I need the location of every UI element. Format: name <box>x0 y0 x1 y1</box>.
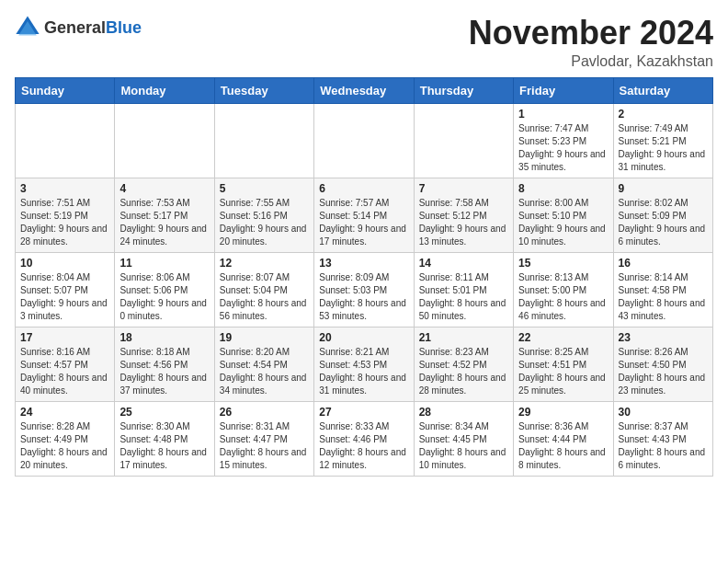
day-info-line: Sunset: 4:58 PM <box>619 284 708 297</box>
calendar-cell: 28Sunrise: 8:34 AMSunset: 4:45 PMDayligh… <box>414 401 513 476</box>
calendar-cell: 9Sunrise: 8:02 AMSunset: 5:09 PMDaylight… <box>613 178 712 252</box>
calendar-week-row: 24Sunrise: 8:28 AMSunset: 4:49 PMDayligh… <box>16 401 713 476</box>
day-number: 14 <box>419 257 508 270</box>
day-info-line: Sunrise: 8:20 AM <box>220 346 309 359</box>
day-number: 4 <box>119 182 209 195</box>
day-info-line: Daylight: 8 hours and 46 minutes. <box>518 297 608 323</box>
calendar-cell: 18Sunrise: 8:18 AMSunset: 4:56 PMDayligh… <box>115 327 214 401</box>
day-info-line: Daylight: 8 hours and 8 minutes. <box>518 446 608 472</box>
day-info-line: Sunset: 5:19 PM <box>20 210 109 223</box>
calendar-cell: 7Sunrise: 7:58 AMSunset: 5:12 PMDaylight… <box>414 178 513 252</box>
calendar-cell <box>414 103 513 178</box>
day-info-line: Sunrise: 8:36 AM <box>518 420 608 433</box>
calendar-cell: 24Sunrise: 8:28 AMSunset: 4:49 PMDayligh… <box>16 401 115 476</box>
day-info-line: Sunset: 5:10 PM <box>518 210 608 223</box>
day-info-line: Sunset: 5:06 PM <box>119 284 209 297</box>
calendar-cell: 5Sunrise: 7:55 AMSunset: 5:16 PMDaylight… <box>214 178 313 252</box>
day-info-line: Sunrise: 8:21 AM <box>319 346 408 359</box>
day-info-line: Sunset: 5:09 PM <box>619 210 708 223</box>
day-info-line: Sunrise: 8:37 AM <box>619 420 708 433</box>
day-number: 27 <box>319 406 408 419</box>
calendar-week-row: 10Sunrise: 8:04 AMSunset: 5:07 PMDayligh… <box>16 252 713 327</box>
day-number: 30 <box>619 406 708 419</box>
day-number: 10 <box>20 257 109 270</box>
day-info-line: Daylight: 9 hours and 0 minutes. <box>119 297 209 323</box>
logo-icon <box>15 15 40 40</box>
day-info-line: Sunrise: 8:13 AM <box>518 271 608 284</box>
day-info-line: Sunset: 4:49 PM <box>20 433 109 446</box>
header-friday: Friday <box>514 77 613 103</box>
logo-general: GeneralBlue <box>44 18 142 38</box>
day-info-line: Sunrise: 7:47 AM <box>518 122 608 135</box>
day-number: 20 <box>319 331 408 344</box>
day-number: 6 <box>319 182 408 195</box>
calendar-week-row: 1Sunrise: 7:47 AMSunset: 5:23 PMDaylight… <box>16 103 713 178</box>
calendar-cell: 26Sunrise: 8:31 AMSunset: 4:47 PMDayligh… <box>214 401 313 476</box>
day-info-line: Daylight: 8 hours and 40 minutes. <box>20 372 109 397</box>
day-info-line: Sunrise: 8:06 AM <box>119 271 209 284</box>
day-number: 2 <box>619 108 708 121</box>
day-number: 21 <box>419 331 508 344</box>
day-info-line: Sunset: 5:14 PM <box>319 210 408 223</box>
day-info-line: Daylight: 9 hours and 6 minutes. <box>619 223 708 248</box>
day-info-line: Sunset: 4:57 PM <box>20 359 109 372</box>
day-info-line: Daylight: 9 hours and 31 minutes. <box>619 148 708 174</box>
day-number: 9 <box>619 182 708 195</box>
day-number: 18 <box>119 331 209 344</box>
day-info-line: Sunset: 4:53 PM <box>319 359 408 372</box>
day-info-line: Daylight: 8 hours and 37 minutes. <box>119 372 209 397</box>
day-info-line: Sunset: 4:48 PM <box>119 433 209 446</box>
calendar-cell: 10Sunrise: 8:04 AMSunset: 5:07 PMDayligh… <box>16 252 115 327</box>
calendar-cell: 30Sunrise: 8:37 AMSunset: 4:43 PMDayligh… <box>613 401 712 476</box>
month-title: November 2024 <box>469 15 713 52</box>
day-info-line: Daylight: 8 hours and 10 minutes. <box>419 446 508 472</box>
day-number: 19 <box>220 331 309 344</box>
calendar-cell: 12Sunrise: 8:07 AMSunset: 5:04 PMDayligh… <box>214 252 313 327</box>
day-info-line: Sunset: 4:50 PM <box>619 359 708 372</box>
day-info-line: Sunset: 5:21 PM <box>619 135 708 148</box>
day-info-line: Sunset: 4:51 PM <box>518 359 608 372</box>
day-info-line: Daylight: 8 hours and 28 minutes. <box>419 372 508 397</box>
day-info-line: Daylight: 8 hours and 34 minutes. <box>220 372 309 397</box>
day-info-line: Sunrise: 7:55 AM <box>220 197 309 210</box>
day-info-line: Sunrise: 7:58 AM <box>419 197 508 210</box>
day-number: 13 <box>319 257 408 270</box>
day-info-line: Daylight: 9 hours and 20 minutes. <box>220 223 309 248</box>
calendar-cell: 4Sunrise: 7:53 AMSunset: 5:17 PMDaylight… <box>115 178 214 252</box>
calendar-cell: 3Sunrise: 7:51 AMSunset: 5:19 PMDaylight… <box>16 178 115 252</box>
day-info-line: Sunrise: 8:18 AM <box>119 346 209 359</box>
day-info-line: Daylight: 9 hours and 13 minutes. <box>419 223 508 248</box>
header-tuesday: Tuesday <box>214 77 313 103</box>
day-info-line: Daylight: 8 hours and 17 minutes. <box>119 446 209 472</box>
page-header: GeneralBlue November 2024 Pavlodar, Kaza… <box>15 15 713 70</box>
day-info-line: Sunrise: 7:51 AM <box>20 197 109 210</box>
day-number: 5 <box>220 182 309 195</box>
calendar-cell: 21Sunrise: 8:23 AMSunset: 4:52 PMDayligh… <box>414 327 513 401</box>
day-info-line: Sunset: 5:16 PM <box>220 210 309 223</box>
day-info-line: Sunrise: 8:23 AM <box>419 346 508 359</box>
day-info-line: Daylight: 8 hours and 23 minutes. <box>619 372 708 397</box>
calendar-week-row: 17Sunrise: 8:16 AMSunset: 4:57 PMDayligh… <box>16 327 713 401</box>
day-info-line: Sunrise: 8:26 AM <box>619 346 708 359</box>
calendar-cell: 17Sunrise: 8:16 AMSunset: 4:57 PMDayligh… <box>16 327 115 401</box>
day-info-line: Sunrise: 8:25 AM <box>518 346 608 359</box>
day-info-line: Daylight: 8 hours and 25 minutes. <box>518 372 608 397</box>
day-info-line: Sunrise: 8:34 AM <box>419 420 508 433</box>
day-info-line: Sunrise: 8:07 AM <box>220 271 309 284</box>
calendar-cell: 6Sunrise: 7:57 AMSunset: 5:14 PMDaylight… <box>314 178 414 252</box>
day-number: 11 <box>119 257 209 270</box>
day-info-line: Sunrise: 8:11 AM <box>419 271 508 284</box>
day-info-line: Sunrise: 7:57 AM <box>319 197 408 210</box>
day-info-line: Daylight: 8 hours and 43 minutes. <box>619 297 708 323</box>
day-info-line: Daylight: 8 hours and 20 minutes. <box>20 446 109 472</box>
day-info-line: Daylight: 8 hours and 56 minutes. <box>220 297 309 323</box>
day-info-line: Daylight: 8 hours and 15 minutes. <box>220 446 309 472</box>
day-info-line: Sunset: 5:17 PM <box>119 210 209 223</box>
header-thursday: Thursday <box>414 77 513 103</box>
calendar-cell: 25Sunrise: 8:30 AMSunset: 4:48 PMDayligh… <box>115 401 214 476</box>
day-info-line: Sunrise: 8:28 AM <box>20 420 109 433</box>
calendar-cell <box>16 103 115 178</box>
day-info-line: Sunset: 4:44 PM <box>518 433 608 446</box>
day-info-line: Daylight: 8 hours and 50 minutes. <box>419 297 508 323</box>
calendar-header-row: Sunday Monday Tuesday Wednesday Thursday… <box>16 77 713 103</box>
